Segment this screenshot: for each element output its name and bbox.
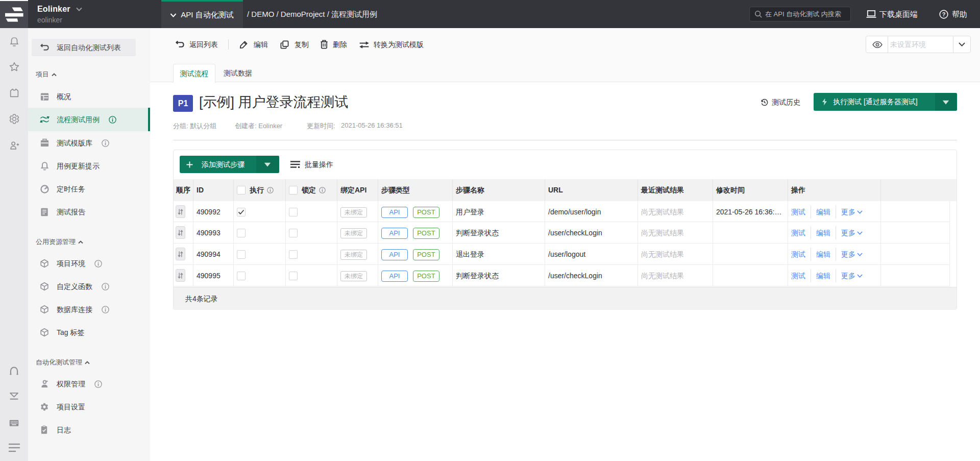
svg-text:?: ?: [942, 11, 946, 17]
